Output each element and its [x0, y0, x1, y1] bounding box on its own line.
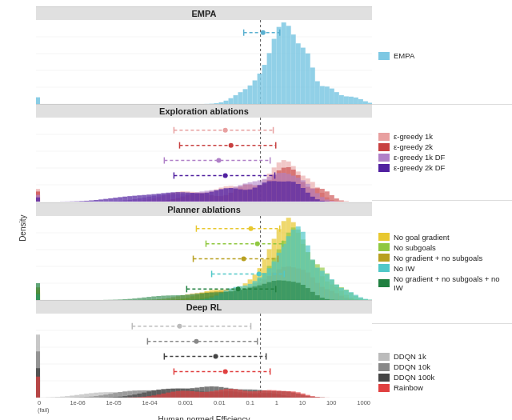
legend-item-nogradnosubgnoiw: No gradient + no subgoals + no IW: [378, 274, 506, 292]
legend-swatch-ddqn1k: [378, 353, 390, 361]
legend-swatch-egreedy1k: [378, 133, 390, 141]
legend-swatch-empa: [378, 52, 390, 60]
legend-swatch-ddqn10k: [378, 363, 390, 371]
legend-label-egreedy2k: ε-greedy 2k: [394, 142, 433, 151]
legend-item-nosubgoals: No subgoals: [378, 243, 506, 252]
legend-item-egreedy2kdf: ε-greedy 2k DF: [378, 163, 506, 172]
legend-label-empa: EMPA: [394, 51, 414, 60]
legend-label-ddqn1k: DDQN 1k: [394, 352, 426, 361]
legend-area: EMPA ε-greedy 1k ε-greedy 2k ε-greedy 1k…: [372, 0, 512, 420]
legend-label-rainbow: Rainbow: [394, 383, 423, 392]
panel-empa: EMPA: [36, 6, 372, 104]
legend-item-ddqn1k: DDQN 1k: [378, 352, 506, 361]
x-axis-label: Human-normed Efficiency: [36, 415, 372, 420]
legend-label-ddqn100k: DDQN 100k: [394, 373, 434, 382]
panel-deeprl-inner: [36, 314, 372, 398]
legend-label-egreedy1k: ε-greedy 1k: [394, 132, 433, 141]
legend-exploration: ε-greedy 1k ε-greedy 2k ε-greedy 1k DF ε…: [372, 104, 512, 201]
legend-item-noiw: No IW: [378, 264, 506, 273]
legend-label-nosubgoals: No subgoals: [394, 243, 436, 252]
legend-item-egreedy1kdf: ε-greedy 1k DF: [378, 153, 506, 162]
legend-planner: No goal gradient No subgoals No gradient…: [372, 200, 512, 323]
legend-label-noiw: No IW: [394, 264, 414, 273]
panel-exploration-inner: [36, 118, 372, 202]
panel-empa-inner: [36, 20, 372, 104]
panel-planner: Planner ablations: [36, 202, 372, 300]
legend-swatch-nogoalgrad: [378, 233, 390, 241]
panel-exploration: Exploration ablations: [36, 104, 372, 202]
legend-swatch-ddqn100k: [378, 374, 390, 382]
panel-deeprl: Deep RL: [36, 300, 372, 398]
legend-label-nogoalgrad: No goal gradient: [394, 233, 450, 242]
legend-swatch-nogradnosubgnoiw: [378, 279, 390, 287]
legend-label-ddqn10k: DDQN 10k: [394, 362, 430, 371]
main-container: Density EMPA Exploration ablations: [0, 0, 512, 420]
legend-swatch-nogradnosubgoals: [378, 254, 390, 262]
legend-empa: EMPA: [372, 8, 512, 104]
legend-item-ddqn10k: DDQN 10k: [378, 362, 506, 371]
x-axis-ticks: 0(fail) 1e-06 1e-05 1e-04 0.001 0.01 0.1…: [36, 398, 372, 414]
legend-item-empa: EMPA: [378, 51, 506, 60]
panel-empa-title: EMPA: [36, 6, 372, 20]
legend-item-ddqn100k: DDQN 100k: [378, 373, 506, 382]
legend-swatch-egreedy1kdf: [378, 154, 390, 162]
panel-exploration-title: Exploration ablations: [36, 104, 372, 118]
legend-label-nogradnosubgoals: No gradient + no subgoals: [394, 254, 482, 262]
legend-item-egreedy2k: ε-greedy 2k: [378, 142, 506, 151]
legend-label-egreedy2kdf: ε-greedy 2k DF: [394, 163, 445, 172]
panel-deeprl-title: Deep RL: [36, 300, 372, 314]
panel-planner-inner: [36, 216, 372, 300]
legend-swatch-egreedy2k: [378, 143, 390, 151]
panel-planner-title: Planner ablations: [36, 202, 372, 216]
legend-label-nogradnosubgnoiw: No gradient + no subgoals + no IW: [394, 274, 506, 292]
legend-label-egreedy1kdf: ε-greedy 1k DF: [394, 153, 445, 162]
legend-swatch-noiw: [378, 264, 390, 272]
legend-item-egreedy1k: ε-greedy 1k: [378, 132, 506, 141]
legend-swatch-nosubgoals: [378, 243, 390, 251]
legend-swatch-egreedy2kdf: [378, 164, 390, 172]
legend-swatch-rainbow: [378, 384, 390, 392]
legend-deeprl: DDQN 1k DDQN 10k DDQN 100k Rainbow: [372, 323, 512, 420]
legend-item-nogradnosubgoals: No gradient + no subgoals: [378, 254, 506, 262]
legend-item-nogoalgrad: No goal gradient: [378, 233, 506, 242]
legend-item-rainbow: Rainbow: [378, 383, 506, 392]
y-axis-label: Density: [18, 214, 27, 241]
